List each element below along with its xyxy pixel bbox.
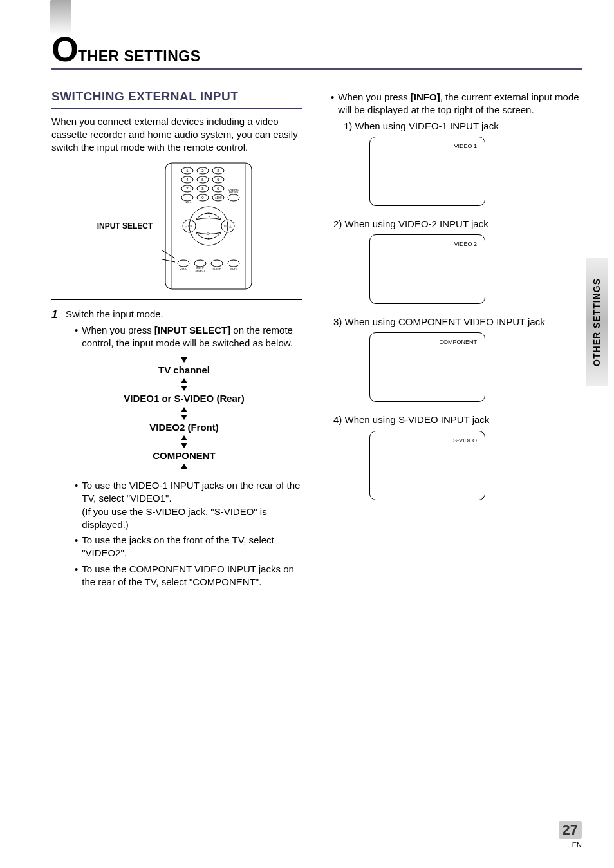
info-item-3-label: 3) When using COMPONENT VIDEO INPUT jack — [333, 316, 582, 328]
svg-text:MENU: MENU — [180, 267, 187, 270]
svg-text:4: 4 — [187, 178, 189, 182]
svg-text:▲: ▲ — [207, 212, 210, 215]
remote-figure: INPUT SELECT 1 2 3 4 5 6 7 8 9 –/ENT — [51, 162, 302, 290]
bullet-video1-note: (If you use the S-VIDEO jack, "S-VIDEO" … — [82, 506, 266, 530]
svg-text:MUTE: MUTE — [230, 267, 238, 270]
svg-text:CH: CH — [207, 232, 211, 236]
page-number-badge: 27 — [559, 821, 582, 839]
arrow-updown-icon — [181, 435, 187, 448]
text-fragment: When you press — [338, 91, 411, 102]
arrow-updown-icon — [181, 407, 187, 420]
mode-cycle-diagram: TV channel VIDEO1 or S-VIDEO (Rear) VIDE… — [104, 357, 265, 469]
section-title: SWITCHING EXTERNAL INPUT — [51, 88, 302, 109]
section-intro: When you connect external devices includ… — [51, 115, 302, 155]
bullet-video2-text: To use the jacks on the front of the TV,… — [82, 534, 302, 560]
svg-text:CH: CH — [207, 216, 211, 219]
svg-text:2: 2 — [202, 169, 205, 173]
language-code: EN — [559, 840, 582, 849]
step-number: 1 — [51, 308, 60, 591]
svg-text:5: 5 — [202, 178, 205, 182]
svg-text:SELECT: SELECT — [196, 269, 206, 272]
bold-fragment: [INFO] — [411, 91, 440, 102]
svg-text:1: 1 — [187, 169, 189, 173]
page-number: 27 — [563, 822, 578, 838]
svg-point-21 — [181, 194, 193, 201]
svg-text:VOL△: VOL△ — [224, 225, 232, 228]
svg-text:9: 9 — [218, 187, 220, 191]
side-tab: OTHER SETTINGS — [586, 258, 608, 386]
bullet-dot-icon: • — [331, 91, 334, 117]
svg-line-39 — [162, 250, 175, 258]
info-item-2-label: 2) When using VIDEO-2 INPUT jack — [333, 218, 582, 231]
svg-text:0: 0 — [202, 196, 205, 200]
text-fragment: When you press — [82, 325, 154, 335]
remote-illustration: 1 2 3 4 5 6 7 8 9 –/ENT 0 +100 CHANNEL R… — [160, 162, 257, 290]
bullet-video2: • To use the jacks on the front of the T… — [75, 534, 302, 560]
screen-preview-svideo: S-VIDEO — [369, 431, 485, 500]
screen-tag: VIDEO 2 — [454, 240, 477, 248]
arrow-updown-icon — [181, 378, 187, 391]
bullet-component: • To use the COMPONENT VIDEO INPUT jacks… — [75, 563, 302, 589]
chapter-title: OTHER SETTINGS — [51, 39, 582, 70]
info-item-4-label: 4) When using S-VIDEO INPUT jack — [333, 413, 582, 426]
screen-preview-video1: VIDEO 1 — [369, 137, 485, 206]
bold-fragment: [INPUT SELECT] — [154, 325, 230, 335]
screen-tag: COMPONENT — [440, 338, 478, 346]
bullet-component-text: To use the COMPONENT VIDEO INPUT jacks o… — [82, 563, 302, 589]
svg-text:RETURN: RETURN — [229, 191, 239, 194]
svg-text:SLEEP: SLEEP — [213, 267, 221, 270]
svg-text:3: 3 — [218, 169, 220, 173]
chapter-big-letter: O — [51, 30, 78, 68]
svg-point-43 — [211, 260, 223, 267]
step-bullet-1: • When you press [INPUT SELECT] on the r… — [75, 324, 302, 350]
svg-text:▼: ▼ — [207, 237, 210, 240]
screen-tag: VIDEO 1 — [454, 142, 477, 150]
bullet-dot-icon: • — [75, 479, 78, 531]
step-1: 1 Switch the input mode. • When you pres… — [51, 308, 302, 591]
info-item-1-label: 1) When using VIDEO-1 INPUT jack — [344, 120, 582, 133]
svg-text:–/ENT: –/ENT — [184, 201, 192, 204]
screen-preview-video2: VIDEO 2 — [369, 234, 485, 304]
side-tab-label: OTHER SETTINGS — [591, 278, 602, 366]
mode-component: COMPONENT — [104, 449, 265, 462]
mode-video1: VIDEO1 or S-VIDEO (Rear) — [104, 392, 265, 405]
bullet-dot-icon: • — [75, 563, 78, 589]
svg-text:+100: +100 — [215, 196, 222, 200]
svg-text:7: 7 — [187, 187, 189, 191]
arrow-up-icon — [104, 464, 265, 469]
svg-text:6: 6 — [218, 178, 220, 182]
screen-preview-component: COMPONENT — [369, 332, 485, 402]
svg-text:▽VOL: ▽VOL — [185, 225, 194, 228]
corner-shadow — [50, 0, 71, 35]
remote-figure-label: INPUT SELECT — [97, 221, 153, 231]
divider — [51, 299, 302, 300]
bullet-video1: • To use the VIDEO-1 INPUT jacks on the … — [75, 479, 302, 531]
step-text: Switch the input mode. — [66, 308, 302, 321]
svg-line-40 — [162, 259, 175, 262]
page-footer: 27 EN — [559, 821, 582, 849]
svg-point-41 — [178, 260, 189, 267]
bullet-dot-icon: • — [75, 324, 78, 350]
left-column: SWITCHING EXTERNAL INPUT When you connec… — [51, 88, 302, 595]
info-bullet-text: When you press [INFO], the current exter… — [338, 91, 582, 117]
bullet-video1-text: To use the VIDEO-1 INPUT jacks on the re… — [82, 480, 300, 504]
screen-tag: S-VIDEO — [453, 437, 477, 444]
step-bullet-1-text: When you press [INPUT SELECT] on the rem… — [82, 324, 302, 350]
mode-tv: TV channel — [104, 364, 265, 377]
chapter-rest: THER SETTINGS — [78, 48, 201, 64]
info-bullet: • When you press [INFO], the current ext… — [331, 91, 582, 117]
svg-text:8: 8 — [202, 187, 205, 191]
svg-point-27 — [228, 194, 239, 201]
arrow-down-icon — [104, 357, 265, 363]
svg-point-44 — [228, 260, 239, 267]
svg-rect-0 — [165, 163, 252, 289]
svg-point-42 — [194, 260, 206, 267]
right-column: • When you press [INFO], the current ext… — [331, 88, 582, 595]
bullet-dot-icon: • — [75, 534, 78, 560]
mode-video2: VIDEO2 (Front) — [104, 421, 265, 434]
